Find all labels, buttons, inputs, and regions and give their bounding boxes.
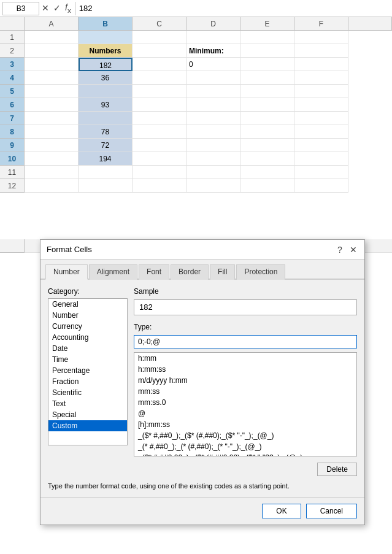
cat-general[interactable]: General: [48, 299, 127, 310]
cancel-button[interactable]: Cancel: [306, 504, 357, 518]
cell-e9[interactable]: [240, 139, 294, 152]
col-header-c[interactable]: C: [133, 17, 186, 31]
cell-f5[interactable]: [294, 85, 348, 98]
cell-f2[interactable]: [294, 44, 348, 58]
cell-b10[interactable]: 194: [79, 152, 133, 166]
cell-f6[interactable]: [294, 98, 348, 112]
row-1[interactable]: 1: [0, 31, 25, 44]
col-header-f[interactable]: F: [294, 17, 348, 31]
cell-a12[interactable]: [25, 179, 79, 193]
cell-d8[interactable]: [186, 125, 240, 139]
row-9[interactable]: 9: [0, 139, 25, 152]
cat-special[interactable]: Special: [48, 409, 127, 420]
cell-a3[interactable]: [25, 58, 79, 71]
row-7[interactable]: 7: [0, 112, 25, 125]
cell-e12[interactable]: [240, 179, 294, 193]
row-10[interactable]: 10: [0, 152, 25, 166]
cell-a5[interactable]: [25, 85, 79, 98]
cell-ref-input[interactable]: B3: [2, 2, 39, 15]
formula-input[interactable]: 182: [75, 2, 390, 15]
cell-d4[interactable]: [186, 71, 240, 85]
cell-b7[interactable]: [79, 112, 133, 125]
cell-f1[interactable]: [294, 31, 348, 44]
type-input[interactable]: [134, 335, 357, 348]
cat-currency[interactable]: Currency: [48, 321, 127, 332]
row-12[interactable]: 12: [0, 179, 25, 193]
cancel-icon[interactable]: ✕: [40, 3, 50, 13]
help-icon[interactable]: ?: [335, 245, 345, 255]
cell-d12[interactable]: [186, 179, 240, 193]
col-header-a[interactable]: A: [25, 17, 79, 31]
cell-f8[interactable]: [294, 125, 348, 139]
col-header-d[interactable]: D: [186, 17, 240, 31]
cell-a9[interactable]: [25, 139, 79, 152]
cell-f4[interactable]: [294, 71, 348, 85]
col-header-e[interactable]: E: [240, 17, 294, 31]
function-icon[interactable]: fx: [64, 2, 72, 14]
type-item-hmmss2[interactable]: [h]:mm:ss: [134, 419, 356, 430]
cell-c4[interactable]: [133, 71, 186, 85]
cell-b12[interactable]: [79, 179, 133, 193]
cell-d7[interactable]: [186, 112, 240, 125]
row-4[interactable]: 4: [0, 71, 25, 85]
tab-font[interactable]: Font: [139, 264, 169, 280]
cell-e2[interactable]: [240, 44, 294, 58]
cell-a10[interactable]: [25, 152, 79, 166]
type-item-accounting1[interactable]: _($* #,##0_);_($* (#,##0);_($* "-"_);_(@…: [134, 430, 356, 441]
cell-e7[interactable]: [240, 112, 294, 125]
cell-c2[interactable]: [133, 44, 186, 58]
cell-e6[interactable]: [240, 98, 294, 112]
cell-a7[interactable]: [25, 112, 79, 125]
cell-b11[interactable]: [79, 166, 133, 179]
cell-d1[interactable]: [186, 31, 240, 44]
type-list[interactable]: h:mm h:mm:ss m/d/yyyy h:mm mm:ss mm:ss.0…: [134, 352, 357, 456]
confirm-icon[interactable]: ✓: [52, 3, 62, 13]
cell-b5[interactable]: [79, 85, 133, 98]
cell-f10[interactable]: [294, 152, 348, 166]
row-6[interactable]: 6: [0, 98, 25, 112]
cell-c11[interactable]: [133, 166, 186, 179]
cell-b8[interactable]: 78: [79, 125, 133, 139]
cell-f7[interactable]: [294, 112, 348, 125]
cell-a4[interactable]: [25, 71, 79, 85]
cell-d6[interactable]: [186, 98, 240, 112]
cat-percentage[interactable]: Percentage: [48, 365, 127, 376]
cell-b1[interactable]: [79, 31, 133, 44]
type-item-mdyyyyhmm[interactable]: m/d/yyyy h:mm: [134, 375, 356, 386]
cell-c3[interactable]: [133, 58, 186, 71]
cell-c6[interactable]: [133, 98, 186, 112]
cell-c9[interactable]: [133, 139, 186, 152]
cell-e11[interactable]: [240, 166, 294, 179]
type-item-hmmss[interactable]: h:mm:ss: [134, 364, 356, 375]
cell-c10[interactable]: [133, 152, 186, 166]
cat-date[interactable]: Date: [48, 343, 127, 354]
cell-e1[interactable]: [240, 31, 294, 44]
row-3[interactable]: 3: [0, 58, 25, 71]
tab-number[interactable]: Number: [45, 264, 88, 280]
cat-fraction[interactable]: Fraction: [48, 376, 127, 387]
type-item-accounting2[interactable]: _(* #,##0_);_(* (#,##0);_(* "-"_);_(@_): [134, 441, 356, 452]
cell-c12[interactable]: [133, 179, 186, 193]
cell-a1[interactable]: [25, 31, 79, 44]
cat-time[interactable]: Time: [48, 354, 127, 365]
tab-fill[interactable]: Fill: [210, 264, 235, 280]
cat-accounting[interactable]: Accounting: [48, 332, 127, 343]
row-2[interactable]: 2: [0, 44, 25, 58]
tab-border[interactable]: Border: [171, 264, 209, 280]
cell-e5[interactable]: [240, 85, 294, 98]
cell-b6[interactable]: 93: [79, 98, 133, 112]
cat-number[interactable]: Number: [48, 310, 127, 321]
cell-c1[interactable]: [133, 31, 186, 44]
cell-c7[interactable]: [133, 112, 186, 125]
type-item-at[interactable]: @: [134, 408, 356, 419]
cell-f11[interactable]: [294, 166, 348, 179]
type-item-mmss[interactable]: mm:ss: [134, 386, 356, 397]
cell-b9[interactable]: 72: [79, 139, 133, 152]
cat-text[interactable]: Text: [48, 398, 127, 409]
cell-d2[interactable]: Minimum:: [186, 44, 240, 58]
type-item-accounting3[interactable]: _($* #,##0.00_);_($* (#,##0.00);_($* "-"…: [134, 452, 356, 456]
cell-d3[interactable]: 0: [186, 58, 240, 71]
cell-c8[interactable]: [133, 125, 186, 139]
row-8[interactable]: 8: [0, 125, 25, 139]
cell-a6[interactable]: [25, 98, 79, 112]
